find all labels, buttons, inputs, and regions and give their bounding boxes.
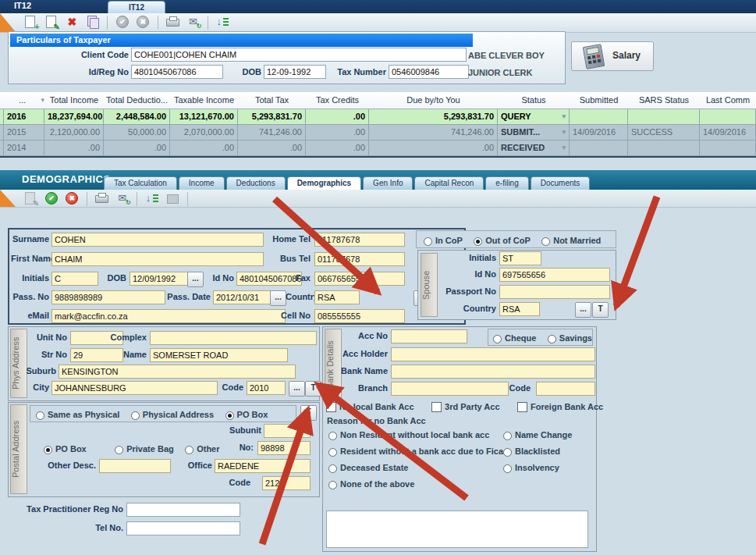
spouse-country-t-button[interactable]: T (592, 302, 609, 318)
col-years[interactable]: ... ▾ (4, 92, 44, 109)
phys-address-lookup-button[interactable]: ... (289, 381, 305, 397)
blacklisted-radio[interactable] (503, 448, 512, 457)
not-married-radio[interactable] (541, 237, 550, 246)
insolvency-radio[interactable] (503, 464, 512, 473)
col-total-tax[interactable]: Total Tax (238, 92, 306, 109)
initials-field[interactable]: C (51, 272, 98, 286)
other-desc-field[interactable] (99, 459, 171, 473)
send-email-icon[interactable]: ✉↻ (186, 15, 201, 29)
col-last-comm[interactable]: Last Comm (700, 92, 756, 109)
status-dropdown[interactable]: ▾QUERY (498, 109, 570, 125)
postal-t-button[interactable]: T (300, 405, 317, 421)
col-sars-status[interactable]: SARS Status (628, 92, 700, 109)
third-party-acc-checkbox[interactable] (431, 402, 442, 412)
foreign-bank-acc-checkbox[interactable] (517, 402, 527, 412)
cell-no-field[interactable]: 085555555 (314, 309, 405, 323)
fax-field[interactable]: 066765655 (314, 272, 405, 286)
tax-number-field[interactable]: 0546009846 (389, 65, 469, 79)
complex-field[interactable] (150, 331, 317, 345)
id-reg-field[interactable]: 4801045067086 (131, 65, 223, 79)
postal-code-field[interactable]: 212 (262, 476, 311, 490)
status-dropdown[interactable]: ▾SUBMIT... (498, 125, 570, 141)
col-due[interactable]: Due by/to You (369, 92, 498, 109)
acc-no-field[interactable] (391, 329, 467, 343)
pass-date-field[interactable]: 2012/10/31 (213, 290, 274, 304)
tab-demographics[interactable]: Demographics (287, 176, 361, 190)
savings-radio[interactable] (548, 335, 556, 343)
tab-gen-info[interactable]: Gen Info (363, 176, 413, 190)
email-field[interactable]: mark@accfin.co.za (51, 309, 286, 323)
grid-row-2014[interactable]: 2014 .00 .00 .00 .00 .00 .00 ▾RECEIVED (0, 141, 756, 156)
col-tax-credits[interactable]: Tax Credits (306, 92, 369, 109)
tab-it12[interactable]: IT12 (108, 1, 165, 14)
home-tel-field[interactable]: 011787678 (314, 233, 405, 247)
dob-field[interactable]: 12-09-1992 (264, 65, 326, 79)
tab-tax-calculation[interactable]: Tax Calculation (104, 176, 177, 190)
deceased-estate-radio[interactable] (328, 464, 337, 473)
cheque-radio[interactable] (493, 335, 502, 343)
col-total-deduction[interactable]: Total Deductio... (104, 92, 170, 109)
spouse-passport-field[interactable] (499, 285, 610, 299)
send-email-icon[interactable]: ✉↻ (115, 191, 130, 205)
salary-button[interactable]: Salary (571, 41, 654, 71)
phys-address-t-button[interactable]: T (305, 381, 321, 397)
new-record-icon[interactable]: + (23, 15, 37, 29)
pass-no-field[interactable]: 9889898989 (51, 290, 165, 304)
pass-date-picker-button[interactable]: ... (270, 290, 286, 306)
cancel-icon[interactable]: ✖ (65, 191, 79, 205)
out-of-cop-radio[interactable] (474, 237, 482, 246)
accept-icon[interactable]: ✔ (44, 191, 59, 205)
branch-field[interactable] (391, 382, 509, 396)
country-field[interactable]: RSA (314, 290, 360, 304)
tab-deductions[interactable]: Deductions (226, 176, 286, 190)
col-submitted[interactable]: Submitted (570, 92, 628, 109)
print-icon[interactable] (94, 191, 108, 205)
phys-code-field[interactable]: 2010 (247, 381, 286, 395)
print-icon[interactable] (165, 15, 179, 29)
bus-tel-field[interactable]: 011787678 (314, 252, 405, 266)
tab-documents[interactable]: Documents (531, 176, 591, 190)
non-resident-radio[interactable] (328, 432, 337, 440)
delete-record-icon[interactable]: ✖ (65, 15, 79, 29)
dob-picker-button[interactable]: ... (187, 272, 204, 287)
spouse-country-lookup-button[interactable]: ... (575, 302, 591, 318)
col-taxable-income[interactable]: Taxable Income (170, 92, 238, 109)
subunit-field[interactable] (264, 424, 311, 438)
bank-name-field[interactable] (391, 365, 595, 379)
first-name-field[interactable]: CHAIM (51, 252, 264, 266)
spouse-initials-field[interactable]: ST (499, 251, 541, 265)
practitioner-tel-field[interactable] (126, 521, 240, 535)
import-export-icon[interactable]: ↓ (145, 191, 159, 205)
copy-record-icon[interactable] (86, 15, 100, 29)
resident-fica-radio[interactable] (328, 448, 337, 457)
client-code-field[interactable]: COHE001|COHEN CHAIM (131, 48, 467, 62)
in-cop-radio[interactable] (424, 237, 432, 246)
surname-field[interactable]: COHEN (51, 233, 264, 247)
suburb-field[interactable]: KENSINGTON (59, 365, 296, 379)
grid-row-2015[interactable]: 2015 2,120,000.00 50,000.00 2,070,000.00… (0, 125, 756, 141)
tab-capital-recon[interactable]: Capital Recon (414, 176, 484, 190)
po-box-radio[interactable] (44, 446, 52, 454)
import-export-icon[interactable]: ↓ (215, 15, 229, 29)
box-no-field[interactable]: 98898 (257, 441, 311, 455)
spouse-country-field[interactable]: RSA (499, 302, 540, 316)
city-field[interactable]: JOHANNESBURG (51, 381, 218, 395)
same-as-physical-radio[interactable] (36, 411, 44, 420)
bank-notes-field[interactable] (326, 511, 588, 548)
po-box-type-radio[interactable] (225, 411, 234, 420)
branch-code-field[interactable] (536, 382, 595, 396)
status-dropdown[interactable]: ▾RECEIVED (498, 141, 570, 156)
col-status[interactable]: Status (498, 92, 570, 109)
complex-name-field[interactable]: SOMERSET ROAD (150, 348, 288, 362)
dob2-field[interactable]: 12/09/1992 (130, 272, 190, 286)
name-change-radio[interactable] (503, 432, 512, 440)
edit-record-icon[interactable]: ✎ (44, 15, 59, 29)
tab-income[interactable]: Income (179, 176, 225, 190)
private-bag-radio[interactable] (115, 446, 123, 454)
practitioner-reg-field[interactable] (126, 503, 240, 517)
physical-address-radio[interactable] (131, 411, 140, 420)
no-local-bank-acc-checkbox[interactable] (326, 402, 336, 412)
acc-holder-field[interactable] (391, 347, 595, 361)
grid-row-2016[interactable]: 2016 18,237,694.00 2,448,584.00 13,121,6… (0, 109, 756, 125)
col-total-income[interactable]: Total Income (44, 92, 104, 109)
